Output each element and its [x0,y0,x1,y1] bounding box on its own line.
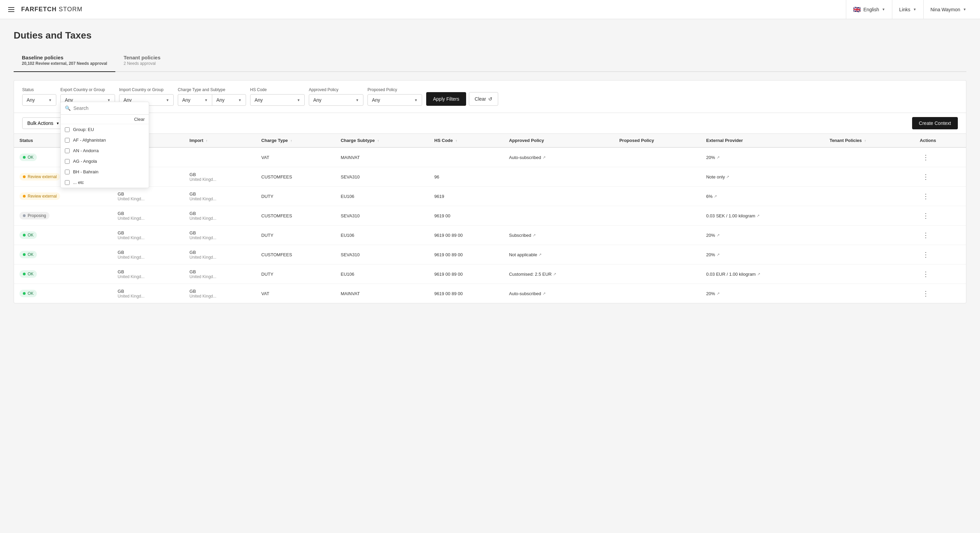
approved-policy-link[interactable]: Subscribed ↗ [509,233,536,238]
dropdown-checkbox-group-eu[interactable] [65,127,70,132]
status-dot-icon [23,175,25,178]
status-dot-icon [23,195,25,197]
dropdown-search-row: 🔍 [61,102,149,115]
external-provider-link[interactable]: 20% ↗ [706,155,719,160]
external-provider-link[interactable]: 20% ↗ [706,291,719,296]
row-actions-button[interactable]: ⋮ [920,210,932,221]
import-secondary: United Kingd... [189,274,250,279]
row-actions-button[interactable]: ⋮ [920,171,932,182]
language-label: English [863,7,879,12]
dropdown-item-label: AG - Angola [73,159,97,164]
col-actions: Actions [914,134,966,147]
cell-tenant-policies [824,264,914,284]
cell-charge-type: DUTY [256,187,336,206]
status-label: Status [22,88,56,92]
export-secondary: United Kingd... [118,216,179,221]
import-primary: GB [189,269,250,274]
external-provider-link[interactable]: Note only ↗ [706,174,729,180]
import-primary: GB [189,211,250,216]
cell-import: GB United Kingd... [184,187,256,206]
approved-policy-link[interactable]: Auto-subscribed ↗ [509,291,546,296]
dropdown-item-an[interactable]: AN - Andorra [61,145,149,156]
approved-policy-link[interactable]: Customised: 2.5 EUR ↗ [509,272,556,277]
status-badge: OK [19,154,37,161]
export-chevron-icon: ▼ [107,98,111,102]
bulk-actions-label: Bulk Actions [27,121,53,126]
external-provider-link[interactable]: 20% ↗ [706,233,719,238]
external-provider-link[interactable]: 0.03 EUR / 1.00 kilogram ↗ [706,272,760,277]
proposed-select[interactable]: Any ▼ [368,94,422,106]
apply-filters-button[interactable]: Apply Filters [426,92,466,106]
user-menu[interactable]: Nina Waymon ▼ [923,0,973,19]
dropdown-search-input[interactable] [73,105,145,111]
clear-label: Clear [475,96,486,102]
header-right: 🇬🇧 English ▼ Links ▼ Nina Waymon ▼ [846,0,973,19]
language-selector[interactable]: 🇬🇧 English ▼ [846,0,892,19]
cell-hs-code: 9619 00 89 00 [429,226,504,245]
approved-label: Approved Policy [309,88,363,92]
cell-hs-code: 96 [429,167,504,187]
cell-export: GB United Kingd... [112,284,184,303]
clear-filters-button[interactable]: Clear ↺ [469,92,498,106]
bulk-actions-button[interactable]: Bulk Actions ▼ [22,118,65,129]
col-charge-type[interactable]: Charge Type ↑ [256,134,336,147]
dropdown-item-group-eu[interactable]: Group: EU [61,124,149,135]
row-actions-button[interactable]: ⋮ [920,249,932,260]
status-select[interactable]: Any ▼ [22,94,56,106]
charge-type-select[interactable]: Any ▼ [178,94,212,106]
dropdown-checkbox-ag[interactable] [65,159,70,164]
dropdown-item-etc[interactable]: ... etc [61,177,149,188]
cell-charge-subtype: EU106 [335,264,429,284]
dropdown-item-bh[interactable]: BH - Bahrain [61,167,149,177]
cell-charge-type: CUSTOMFEES [256,245,336,264]
dropdown-item-af[interactable]: AF - Afghanistan [61,135,149,145]
col-approved-policy: Approved Policy [504,134,614,147]
cell-import: GB United Kingd... [184,284,256,303]
external-provider-link[interactable]: 6% ↗ [706,194,717,199]
col-import[interactable]: Import ↑ [184,134,256,147]
approved-policy-link[interactable]: Not applicable ↗ [509,252,541,257]
cell-import: GB United Kingd... [184,226,256,245]
links-menu[interactable]: Links ▼ [892,0,923,19]
col-hs-code[interactable]: HS Code ↑ [429,134,504,147]
import-secondary: United Kingd... [189,294,250,299]
row-actions-button[interactable]: ⋮ [920,152,932,163]
menu-button[interactable] [7,6,16,13]
dropdown-checkbox-bh[interactable] [65,170,70,174]
approved-select[interactable]: Any ▼ [309,94,363,106]
hs-code-select[interactable]: Any ▼ [250,94,305,106]
table-row: Review external GB United Kingd... GB Un… [14,167,966,187]
dropdown-checkbox-an[interactable] [65,148,70,153]
user-chevron-icon: ▼ [963,8,966,11]
dropdown-item-label: ... etc [73,180,84,185]
dropdown-checkbox-af[interactable] [65,138,70,143]
external-provider-link[interactable]: 20% ↗ [706,252,719,257]
row-actions-button[interactable]: ⋮ [920,288,932,299]
charge-subtype-select[interactable]: Any ▼ [212,94,246,106]
dropdown-checkbox-etc[interactable] [65,180,70,185]
cell-import: GB United Kingd... [184,167,256,187]
cell-tenant-policies [824,245,914,264]
approved-policy-link[interactable]: Auto-subscribed ↗ [509,155,546,160]
cell-external-provider: 0.03 EUR / 1.00 kilogram ↗ [700,264,824,284]
tab-baseline[interactable]: Baseline policies 20,102 Review external… [14,49,115,72]
charge-subtype-sort-icon: ↑ [377,139,379,143]
col-charge-subtype[interactable]: Charge Subtype ↑ [335,134,429,147]
dropdown-item-ag[interactable]: AG - Angola [61,156,149,167]
row-actions-button[interactable]: ⋮ [920,191,932,202]
cell-import [184,147,256,167]
tab-tenant[interactable]: Tenant policies 2 Needs approval [115,49,169,72]
external-provider-link[interactable]: 0.03 SEK / 1.00 kilogram ↗ [706,213,760,218]
cell-actions: ⋮ [914,167,966,187]
dropdown-clear-button[interactable]: Clear [61,115,149,124]
row-actions-button[interactable]: ⋮ [920,230,932,240]
row-actions-button[interactable]: ⋮ [920,269,932,280]
col-external-provider: External Provider [700,134,824,147]
create-context-button[interactable]: Create Context [912,117,958,129]
page-content: Duties and Taxes Baseline policies 20,10… [0,19,980,314]
charge-subtype-value: Any [216,97,224,103]
cell-actions: ⋮ [914,284,966,303]
cell-external-provider: 20% ↗ [700,245,824,264]
col-tenant-policies[interactable]: Tenant Policies ↑ [824,134,914,147]
table-row: OK GB United Kingd... GB United Kingd...… [14,245,966,264]
